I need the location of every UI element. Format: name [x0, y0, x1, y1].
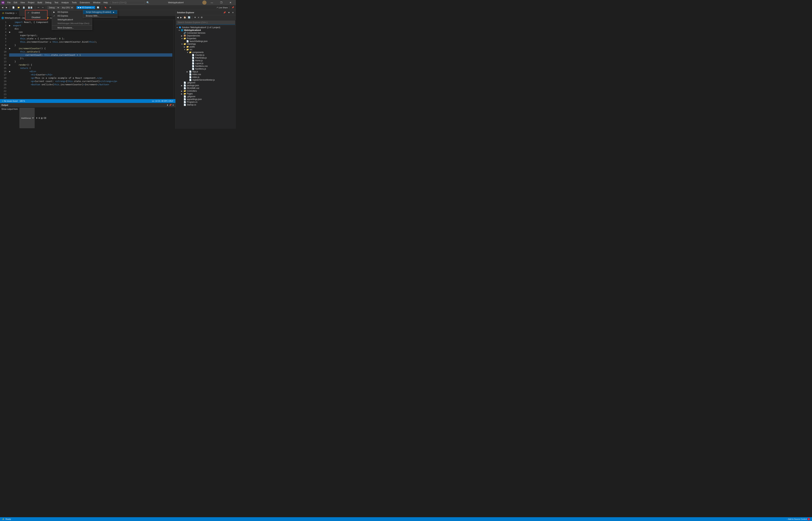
- tree-item-navmenu-js[interactable]: ▶ 📄 NavMenu.js: [176, 68, 236, 70]
- tree-item-index-css[interactable]: ▶ 📄 index.css: [176, 73, 236, 76]
- code-editor[interactable]: 12345 678910 1112131415 1617181920 21222…: [0, 20, 175, 99]
- menu-edit[interactable]: Edit: [12, 1, 19, 4]
- tree-item-index-js[interactable]: ▶ 📄 index.js: [176, 76, 236, 78]
- se-settings-btn[interactable]: ⚙: [200, 16, 203, 19]
- back-button[interactable]: ◀: [1, 6, 4, 9]
- en-item-disabled[interactable]: Disabled: [25, 15, 47, 20]
- open-file-button[interactable]: 📁: [16, 6, 21, 9]
- tree-item-package-json[interactable]: ▶ 📄 package.json: [176, 84, 236, 87]
- se-back-btn[interactable]: ◀: [176, 16, 179, 19]
- debug-mode-select[interactable]: Debug Release: [47, 6, 60, 9]
- tree-item-readme[interactable]: ▶ 📄 README.md: [176, 87, 236, 90]
- home-js-label: Home.js: [195, 60, 203, 62]
- redo-button[interactable]: ↪: [41, 6, 45, 9]
- se-sync-btn[interactable]: 🔄: [187, 16, 191, 19]
- tree-item-solution[interactable]: ▼ 🔷 Solution 'WebApplication4' (1 of 1 p…: [176, 26, 236, 29]
- tree-item-pages[interactable]: ▶ 📁 Pages: [176, 92, 236, 95]
- tree-item-fetchdata-js[interactable]: ▶ 📄 FetchData.js: [176, 56, 236, 59]
- ls-arrow-icon: ▶: [184, 40, 186, 42]
- se-home-btn[interactable]: 🏠: [183, 16, 187, 19]
- tree-item-navmenu-css[interactable]: ▶ 📄 NavMenu.css: [176, 65, 236, 68]
- sd-item-script-debugging[interactable]: Script Debugging (Enabled) ▶: [83, 10, 117, 14]
- tree-item-dependencies[interactable]: ▶ 📦 Dependencies: [176, 35, 236, 37]
- output-filter-icon[interactable]: ▤: [41, 117, 43, 119]
- tree-item-components[interactable]: ▼ 📁 components: [176, 51, 236, 54]
- tab-counter-js[interactable]: JS Counter.js ✕: [0, 10, 19, 16]
- src-folder-icon: 📁: [186, 48, 189, 51]
- save-button[interactable]: 💾: [22, 6, 26, 9]
- dd-item-webapp4[interactable]: WebApplication4: [52, 18, 92, 22]
- menu-analyze[interactable]: Analyze: [60, 1, 70, 4]
- menu-test[interactable]: Test: [53, 1, 60, 4]
- code-content[interactable]: import React, { Component ▶ export dis ▶…: [8, 20, 174, 99]
- forward-button[interactable]: ▶: [5, 6, 8, 9]
- tree-item-startup-cs[interactable]: ▶ 📄 Startup.cs: [176, 104, 236, 106]
- new-file-button[interactable]: 📄: [11, 6, 16, 9]
- output-source-select[interactable]: IntelliSense: [20, 108, 35, 128]
- platform-select[interactable]: Any CPU: [61, 6, 73, 9]
- sd-item-browse-with[interactable]: Browse With...: [83, 14, 117, 18]
- tree-item-connected-services[interactable]: ▶ 🔗 Connected Services: [176, 31, 236, 35]
- menu-help[interactable]: Help: [102, 1, 109, 4]
- tree-item-rsw-js[interactable]: ▶ 📄 registerServiceWorker.js: [176, 78, 236, 81]
- tree-item-app-js[interactable]: ▶ 📄 App.js: [176, 70, 236, 73]
- menu-file[interactable]: File: [6, 1, 12, 4]
- menu-debug[interactable]: Debug: [44, 1, 53, 4]
- output-pin-button[interactable]: 📌: [169, 104, 172, 106]
- output-up-icon[interactable]: ⬆: [36, 117, 38, 119]
- run-iis-button[interactable]: ▶ ▶ IIS Express ▼: [76, 6, 95, 9]
- tree-item-gitignore-1[interactable]: ▶ 📄 .gitignore: [176, 81, 236, 84]
- tree-item-layout-js[interactable]: ▶ 📄 Layout.js: [176, 62, 236, 65]
- se-arrow-button[interactable]: ▼: [227, 11, 231, 14]
- refresh-button[interactable]: 🔄: [96, 6, 100, 9]
- tree-item-controllers[interactable]: ▶ 📁 Controllers: [176, 90, 236, 92]
- tree-item-project[interactable]: ▼ 🌐 WebApplication4: [176, 29, 236, 31]
- output-clear-icon[interactable]: ⌫: [43, 117, 46, 119]
- code-line-7: super(props);: [9, 34, 172, 37]
- title-search[interactable]: [111, 1, 145, 4]
- pin-button[interactable]: 📌: [231, 6, 235, 9]
- dep-arrow-icon: ▶: [181, 35, 183, 37]
- tree-item-counter-js[interactable]: ▶ 📄 Counter.js: [176, 54, 236, 56]
- se-filter-btn[interactable]: ▼: [194, 16, 197, 19]
- tree-item-gitignore-2[interactable]: ▶ 📄 .gitignore: [176, 95, 236, 98]
- se-collapse-btn[interactable]: ≡: [197, 16, 200, 19]
- menu-build[interactable]: Build: [36, 1, 44, 4]
- menu-project[interactable]: Project: [27, 1, 36, 4]
- save-all-button[interactable]: 💾💾: [27, 6, 34, 9]
- live-share-area[interactable]: ↗ Live Share: [216, 6, 228, 9]
- code-line-9: this.incrementCounter = this.incrementCo…: [9, 40, 172, 44]
- en-item-enabled[interactable]: ✓ Enabled: [25, 10, 47, 15]
- dd-item-webdebugger[interactable]: WebDebugger (Microsoft Edge (Dev)): [52, 22, 92, 25]
- se-close-button[interactable]: ✕: [231, 11, 234, 14]
- menu-window[interactable]: Window: [92, 1, 102, 4]
- tree-item-program-cs[interactable]: ▶ 📄 Program.cs: [176, 100, 236, 104]
- menu-view[interactable]: View: [19, 1, 26, 4]
- pub-arrow-icon: ▶: [184, 46, 186, 48]
- maximize-button[interactable]: ❐: [217, 0, 225, 5]
- tree-item-home-js[interactable]: ▶ 📄 Home.js: [176, 59, 236, 62]
- output-toggle-button[interactable]: ⬇: [166, 104, 168, 106]
- tree-item-src[interactable]: ▼ 📁 src: [176, 48, 236, 51]
- se-pin-button[interactable]: 📌: [223, 11, 227, 14]
- tree-item-properties[interactable]: ▼ 📁 Properties: [176, 37, 236, 40]
- se-forward-btn[interactable]: ▶: [180, 16, 182, 19]
- tree-item-clientapp[interactable]: ▼ 📁 ClientApp: [176, 43, 236, 45]
- output-close-button[interactable]: ✕: [172, 104, 174, 106]
- bookmark-button[interactable]: 🔖: [103, 6, 108, 9]
- tree-item-public[interactable]: ▶ 📁 public: [176, 45, 236, 48]
- menu-tools[interactable]: Tools: [70, 1, 78, 4]
- settings-button[interactable]: ⚙: [108, 6, 112, 9]
- se-search-input[interactable]: [176, 20, 235, 24]
- tree-item-appsettings[interactable]: ▶ 📄 appsettings.json: [176, 98, 236, 100]
- tab-close-button[interactable]: ✕: [16, 12, 17, 14]
- dd-item-more-emulators[interactable]: More Emulators...: [52, 26, 92, 30]
- minimize-button[interactable]: —: [208, 0, 216, 5]
- avatar[interactable]: [202, 1, 206, 5]
- close-button[interactable]: ✕: [227, 0, 234, 5]
- output-down-icon[interactable]: ⬇: [38, 117, 40, 119]
- undo-button[interactable]: ↩: [37, 6, 40, 9]
- editor-scrollbar[interactable]: [174, 20, 175, 99]
- menu-extensions[interactable]: Extensions: [78, 1, 91, 4]
- tree-item-launchsettings[interactable]: ▶ 📄 launchSettings.json: [176, 40, 236, 43]
